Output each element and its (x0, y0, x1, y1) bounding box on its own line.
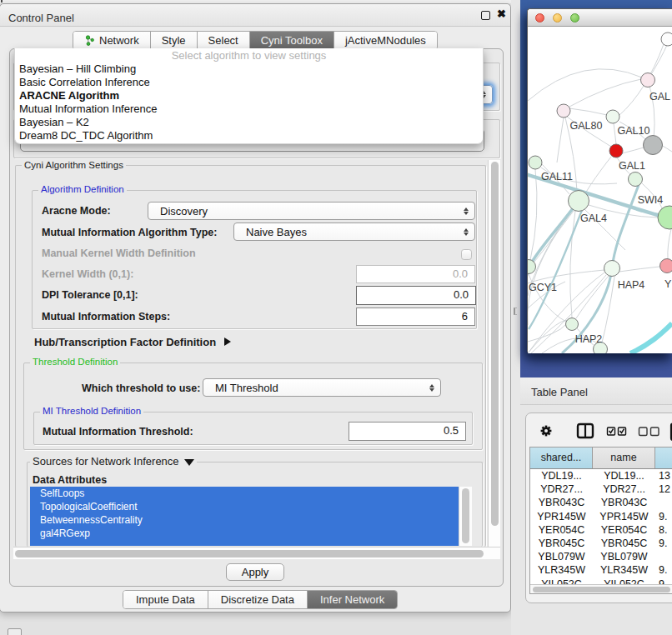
node-label: HAP4 (618, 279, 645, 291)
node-label: Y (664, 278, 672, 290)
close-traffic-icon[interactable] (535, 13, 544, 22)
aracne-mode-label: Aracne Mode: (42, 205, 111, 217)
table-row[interactable]: YDR27... YDR27... 12 (530, 482, 672, 496)
dpi-tolerance-label: DPI Tolerance [0,1]: (42, 289, 138, 301)
popup-item[interactable]: Mutual Information Inference (15, 102, 483, 116)
tab-network[interactable]: Network (73, 32, 150, 49)
table-row[interactable]: YDL19... YDL19... 13 (530, 469, 672, 482)
popup-item[interactable]: Dream8 DC_TDC Algorithm (15, 129, 483, 142)
close-icon[interactable]: ✖ (497, 8, 506, 20)
kernel-width-label: Kernel Width (0,1): (42, 268, 133, 280)
settings-hscrollbar[interactable] (13, 547, 500, 559)
manual-kernel-label: Manual Kernel Width Definition (42, 248, 196, 259)
table-body: YDL19... YDL19... 13 YDR27... YDR27... 1… (530, 469, 672, 591)
network-graph: GAL GAL80 GAL10 GAL1 GAL11 SWI4 GAL4 GCY… (528, 27, 672, 353)
sources-toggle[interactable]: Sources for Network Inference (30, 456, 197, 467)
mi-steps-field[interactable]: 6 (356, 308, 475, 326)
list-scrollbar[interactable] (459, 487, 472, 546)
minimize-traffic-icon[interactable] (553, 13, 562, 22)
settings-vscrollbar[interactable] (488, 160, 500, 547)
tab-select[interactable]: Select (197, 32, 249, 49)
node-label: HAP2 (575, 333, 603, 345)
mi-type-label: Mutual Information Algorithm Type: (42, 227, 217, 238)
dpi-tolerance-field[interactable]: 0.0 (356, 286, 476, 305)
split-columns-icon[interactable] (578, 424, 593, 438)
expand-right-icon (224, 338, 231, 346)
split-divider[interactable] (511, 0, 520, 635)
popup-item-selected[interactable]: ARACNE Algorithm (15, 89, 483, 102)
hub-definition-toggle[interactable]: Hub/Transcription Factor Definition (34, 336, 231, 348)
mi-type-combobox[interactable]: Naive Bayes (233, 222, 475, 241)
table-hscrollbar[interactable] (530, 584, 672, 593)
data-attributes-label: Data Attributes (33, 474, 107, 486)
column-header-name[interactable]: name (593, 448, 655, 468)
combo-arrows-icon (464, 202, 469, 219)
tab-impute-data[interactable]: Impute Data (123, 591, 208, 608)
aracne-mode-combobox[interactable]: Discovery (148, 202, 475, 220)
popup-item[interactable]: Bayesian – Hill Climbing (15, 62, 483, 76)
mi-steps-label: Mutual Information Steps: (42, 311, 170, 322)
algorithm-definition-title: Algorithm Definition (38, 184, 127, 195)
node-label: GAL4 (580, 212, 607, 224)
list-item[interactable] (30, 540, 459, 546)
tab-infer-network[interactable]: Infer Network (307, 591, 397, 608)
data-attributes-list: SelfLoops TopologicalCoefficient Between… (30, 487, 459, 546)
kernel-width-field[interactable]: 0.0 (356, 265, 475, 283)
node-label: GAL (649, 91, 670, 102)
table-row[interactable]: YER054C YER054C 8. (530, 523, 672, 537)
node-label: GAL80 (570, 120, 603, 132)
settings-group-title: Cyni Algorithm Settings (22, 160, 126, 171)
tab-jactivemnodules[interactable]: jActiveMNodules (333, 32, 437, 49)
node-table: shared... name YDL19... YDL19... 13 YDR2… (529, 447, 672, 594)
control-panel-titlebar[interactable]: Control Panel ✖ (0, 4, 510, 27)
table-header-row: shared... name (530, 448, 672, 469)
zoom-traffic-icon[interactable] (570, 13, 579, 22)
node-label: GAL11 (541, 171, 573, 182)
node-label: GAL1 (619, 160, 645, 172)
tab-style[interactable]: Style (150, 32, 197, 49)
list-item[interactable]: BetweennessCentrality (30, 513, 459, 527)
network-view-window: GAL GAL80 GAL10 GAL1 GAL11 SWI4 GAL4 GCY… (527, 8, 672, 353)
column-header-partial[interactable] (655, 448, 672, 468)
deselect-all-icon[interactable] (639, 428, 659, 436)
apply-button[interactable]: Apply (226, 563, 284, 581)
table-row[interactable]: YLR345W YLR345W 9. (530, 563, 672, 577)
popup-item[interactable]: Basic Correlation Inference (15, 76, 483, 89)
table-row[interactable]: YBL079W YBL079W (530, 550, 672, 563)
list-item[interactable]: SelfLoops (30, 487, 459, 500)
popup-prompt: Select algorithm to view settings (15, 48, 483, 62)
cytoscape-desktop: GAL GAL80 GAL10 GAL1 GAL11 SWI4 GAL4 GCY… (520, 0, 672, 378)
divider-grip-icon[interactable] (514, 308, 517, 315)
list-item[interactable]: gal4RGexp (30, 527, 459, 540)
collapse-down-icon (184, 459, 194, 466)
settings-scrollpane: Cyni Algorithm Settings Algorithm Defini… (13, 160, 500, 559)
table-row[interactable]: YPR145W YPR145W 9. (530, 510, 672, 523)
table-panel-title: Table Panel (531, 386, 588, 398)
column-header-shared-name[interactable]: shared... (530, 448, 593, 468)
float-window-icon[interactable] (481, 11, 490, 20)
table-row[interactable]: YBR045C YBR045C 9. (530, 537, 672, 550)
which-threshold-combobox[interactable]: MI Threshold (203, 378, 441, 397)
gear-icon[interactable] (541, 423, 552, 436)
which-threshold-label: Which threshold to use: (82, 382, 200, 394)
node-label: GAL10 (618, 125, 650, 137)
mi-threshold-title: MI Threshold Definition (40, 406, 143, 417)
algorithm-dropdown-popup: Select algorithm to view settings Bayesi… (14, 48, 484, 144)
mi-threshold-field[interactable]: 0.5 (349, 422, 466, 441)
cropped-edge-artifact (1, 0, 3, 2)
tab-cyni-toolbox[interactable]: Cyni Toolbox (249, 32, 333, 49)
control-panel-tabbar: Network Style Select Cyni Toolbox jActiv… (73, 31, 438, 50)
tab-discretize-data[interactable]: Discretize Data (208, 591, 307, 608)
table-row[interactable]: YBR043C YBR043C (530, 496, 672, 509)
popup-item[interactable]: Bayesian – K2 (15, 116, 483, 129)
manual-kernel-checkbox[interactable] (461, 249, 472, 260)
table-panel-region: Table Panel (520, 378, 672, 635)
screen: Control Panel ✖ Network Style Select Cyn… (0, 0, 672, 635)
network-canvas[interactable]: GAL GAL80 GAL10 GAL1 GAL11 SWI4 GAL4 GCY… (528, 27, 672, 353)
select-all-icon[interactable] (608, 428, 626, 435)
combo-arrows-icon (429, 379, 434, 396)
cyni-bottom-tabbar: Impute Data Discretize Data Infer Networ… (123, 590, 398, 609)
list-item[interactable]: TopologicalCoefficient (30, 500, 459, 513)
network-window-titlebar[interactable] (528, 9, 672, 27)
table-panel-card: shared... name YDL19... YDL19... 13 YDR2… (525, 412, 672, 603)
